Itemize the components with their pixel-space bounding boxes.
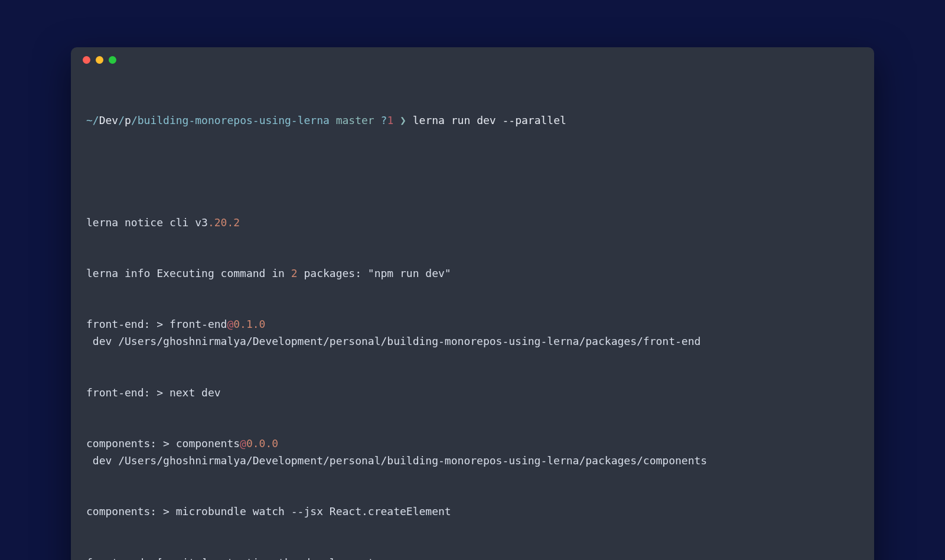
path-segment: / [131, 114, 138, 126]
path-segment: building-monorepos-using-lerna [138, 114, 336, 126]
text: front-end: [ wait ] starting the develop… [86, 556, 445, 560]
git-status-count: 1 [387, 114, 400, 126]
git-branch: master [336, 114, 381, 126]
output-line: front-end: [ wait ] starting the develop… [86, 555, 859, 560]
terminal-output[interactable]: ~/Dev/p/building-monorepos-using-lerna m… [71, 72, 874, 560]
git-status: ? [381, 114, 387, 126]
number: 2 [291, 267, 298, 279]
maximize-icon[interactable] [109, 56, 116, 64]
text: dev /Users/ghoshnirmalya/Development/per… [86, 335, 700, 347]
terminal-window: ~/Dev/p/building-monorepos-using-lerna m… [71, 47, 874, 560]
version-number: 0.0.0 [246, 437, 278, 450]
output-line: lerna notice cli v3.20.2 [86, 214, 859, 232]
path-segment: p [125, 114, 131, 126]
output-line: components: > components@0.0.0 dev /User… [86, 435, 859, 470]
text: packages: "npm run dev" [298, 267, 451, 279]
text: front-end: > front-end [86, 318, 227, 330]
text: components: > components [86, 437, 240, 450]
window-titlebar [71, 47, 874, 72]
at-symbol: @ [240, 437, 246, 450]
text: dev /Users/ghoshnirmalya/Development/per… [86, 454, 707, 467]
minimize-icon[interactable] [96, 56, 103, 64]
output-line: front-end: > front-end@0.1.0 dev /Users/… [86, 316, 859, 350]
prompt-arrow-icon: ❯ [400, 114, 413, 126]
at-symbol: @ [227, 318, 233, 330]
prompt-line: ~/Dev/p/building-monorepos-using-lerna m… [86, 112, 859, 129]
text: lerna notice cli v3 [86, 216, 208, 229]
command-text: lerna run dev --parallel [413, 114, 566, 126]
path-segment: Dev [99, 114, 119, 126]
blank-line [86, 163, 859, 180]
close-icon[interactable] [83, 56, 90, 64]
path-segment: / [118, 114, 125, 126]
output-line: components: > microbundle watch --jsx Re… [86, 503, 859, 520]
output-line: front-end: > next dev [86, 385, 859, 402]
version-number: .20.2 [208, 216, 240, 229]
text: lerna info Executing command in [86, 267, 291, 279]
output-line: lerna info Executing command in 2 packag… [86, 265, 859, 282]
path-segment: ~/ [86, 114, 99, 126]
version-number: 0.1.0 [233, 318, 265, 330]
text: front-end: > next dev [86, 386, 221, 399]
text: components: > microbundle watch --jsx Re… [86, 505, 451, 517]
